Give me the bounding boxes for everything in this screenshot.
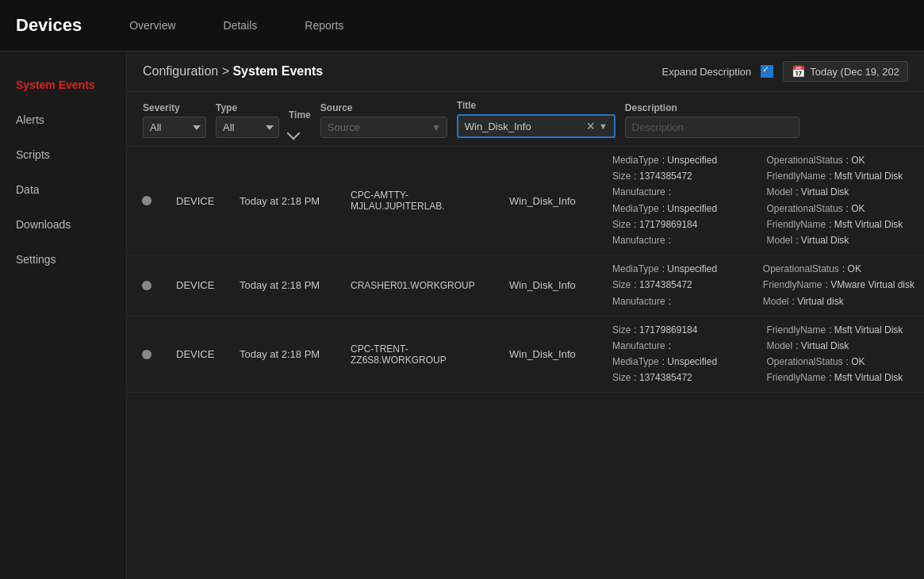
desc-line: Model: Virtual Disk: [767, 185, 915, 200]
filter-title-group: Title Win_Disk_Info ✕ ▼: [457, 100, 615, 138]
desc-val: : 1374385472: [634, 169, 692, 184]
desc-line: Model: Virtual disk: [763, 294, 914, 309]
desc-val: : VMware Virtual disk: [826, 278, 914, 293]
sidebar-item-scripts[interactable]: Scripts: [0, 137, 126, 172]
table-row[interactable]: DEVICEToday at 2:18 PMCPC-AMTTY-MJLAU.JU…: [127, 147, 924, 255]
filter-desc-input[interactable]: [625, 117, 799, 138]
filter-title-clear-button[interactable]: ✕: [586, 120, 596, 132]
desc-val: : OK: [846, 153, 865, 168]
desc-key: MediaType: [612, 355, 659, 370]
desc-val: : 1374385472: [634, 370, 692, 385]
desc-key: OperationalStatus: [767, 201, 843, 217]
nav-reports[interactable]: Reports: [305, 19, 343, 32]
desc-val: : Virtual Disk: [796, 233, 849, 248]
desc-key: OperationalStatus: [763, 262, 839, 277]
expand-description-checkbox[interactable]: [761, 65, 773, 78]
filter-title-dropdown-icon[interactable]: ▼: [599, 121, 608, 131]
cell-description: MediaType: UnspecifiedOperationalStatus:…: [603, 147, 924, 255]
sidebar-item-settings[interactable]: Settings: [0, 242, 126, 277]
desc-line: Size: 1374385472: [612, 169, 761, 184]
desc-key: FriendlyName: [767, 217, 826, 232]
desc-key: Size: [612, 370, 631, 385]
cell-severity: [127, 147, 167, 255]
severity-dot: [142, 350, 151, 359]
cell-type: DEVICE: [167, 147, 230, 255]
desc-val: : Unspecified: [662, 355, 717, 370]
desc-key: OperationalStatus: [767, 355, 843, 370]
severity-dot: [142, 196, 151, 205]
filter-row: Severity All Type All Time Source ▼: [127, 92, 924, 147]
desc-line: FriendlyName: Msft Virtual Disk: [767, 217, 915, 232]
filter-source-input[interactable]: [320, 117, 447, 138]
desc-key: FriendlyName: [767, 323, 826, 338]
cell-time: Today at 2:18 PM: [230, 255, 341, 316]
cell-title: Win_Disk_Info: [500, 316, 603, 393]
cell-description: MediaType: UnspecifiedOperationalStatus:…: [603, 255, 924, 316]
desc-line: Manufacture:: [612, 185, 761, 200]
desc-line: Size: 1374385472: [612, 370, 761, 385]
desc-line: FriendlyName: VMware Virtual disk: [763, 278, 914, 293]
nav-overview[interactable]: Overview: [129, 19, 175, 32]
desc-val: : Virtual Disk: [796, 185, 849, 200]
desc-val: : 1374385472: [634, 278, 692, 293]
desc-val: : Virtual disk: [792, 294, 844, 309]
top-nav: Devices Overview Details Reports: [0, 0, 924, 52]
filter-source-label: Source: [320, 102, 447, 113]
cell-title: Win_Disk_Info: [500, 147, 603, 255]
cell-severity: [127, 255, 167, 316]
cell-description: Size: 17179869184FriendlyName: Msft Virt…: [603, 316, 924, 393]
filter-severity-select[interactable]: All: [143, 117, 206, 138]
desc-key: Manufacture: [612, 233, 665, 248]
desc-line: MediaType: Unspecified: [612, 153, 761, 168]
desc-key: Model: [767, 339, 793, 354]
sidebar-item-alerts[interactable]: Alerts: [0, 102, 126, 137]
filter-time-label: Time: [289, 109, 311, 121]
date-picker[interactable]: 📅 Today (Dec 19, 202: [783, 61, 908, 82]
desc-key: MediaType: [612, 262, 659, 277]
cell-time: Today at 2:18 PM: [230, 316, 341, 393]
filter-title-value: Win_Disk_Info: [465, 121, 531, 132]
desc-key: Size: [612, 169, 631, 184]
desc-val: :: [669, 185, 671, 200]
desc-line: FriendlyName: Msft Virtual Disk: [767, 370, 915, 385]
breadcrumb-current: System Events: [232, 64, 323, 78]
cell-source: CPC-AMTTY-MJLAU.JUPITERLAB.: [341, 147, 500, 255]
cell-type: DEVICE: [167, 316, 230, 393]
calendar-icon: 📅: [792, 65, 805, 78]
sidebar-item-data[interactable]: Data: [0, 172, 126, 207]
desc-key: MediaType: [612, 201, 659, 217]
cell-type: DEVICE: [167, 255, 230, 316]
expand-description-label[interactable]: Expand Description: [662, 66, 752, 78]
desc-line: Size: 17179869184: [612, 217, 761, 232]
desc-val: : Unspecified: [662, 201, 717, 217]
date-label: Today (Dec 19, 202: [810, 66, 899, 78]
desc-key: Model: [767, 185, 793, 200]
breadcrumb: Configuration > System Events: [143, 64, 323, 79]
cell-title: Win_Disk_Info: [500, 255, 603, 316]
main-header: Configuration > System Events Expand Des…: [127, 52, 924, 92]
table-area: DEVICEToday at 2:18 PMCPC-AMTTY-MJLAU.JU…: [127, 147, 924, 579]
desc-line: Model: Virtual Disk: [767, 339, 915, 354]
cell-source: CPC-TRENT-ZZ6S8.WORKGROUP: [341, 316, 500, 393]
desc-line: MediaType: Unspecified: [612, 201, 761, 217]
desc-val: : OK: [846, 355, 865, 370]
desc-key: Size: [612, 278, 631, 293]
desc-val: : Msft Virtual Disk: [829, 323, 903, 338]
desc-key: OperationalStatus: [767, 153, 843, 168]
desc-key: Model: [767, 233, 793, 248]
table-row[interactable]: DEVICEToday at 2:18 PMCPC-TRENT-ZZ6S8.WO…: [127, 316, 924, 393]
desc-line: MediaType: Unspecified: [612, 355, 761, 370]
desc-val: : OK: [842, 262, 861, 277]
desc-key: FriendlyName: [767, 169, 826, 184]
desc-key: Manufacture: [612, 339, 665, 354]
sidebar-item-system-events[interactable]: System Events: [0, 67, 126, 102]
desc-line: Size: 17179869184: [612, 323, 761, 338]
desc-key: FriendlyName: [763, 278, 822, 293]
nav-details[interactable]: Details: [224, 19, 258, 32]
filter-type-select[interactable]: All: [216, 117, 279, 138]
breadcrumb-parent[interactable]: Configuration: [143, 64, 218, 78]
desc-val: : Unspecified: [662, 262, 717, 277]
table-row[interactable]: DEVICEToday at 2:18 PMCRASHER01.WORKGROU…: [127, 255, 924, 316]
filter-source-group: Source ▼: [320, 102, 447, 138]
sidebar-item-downloads[interactable]: Downloads: [0, 207, 126, 242]
